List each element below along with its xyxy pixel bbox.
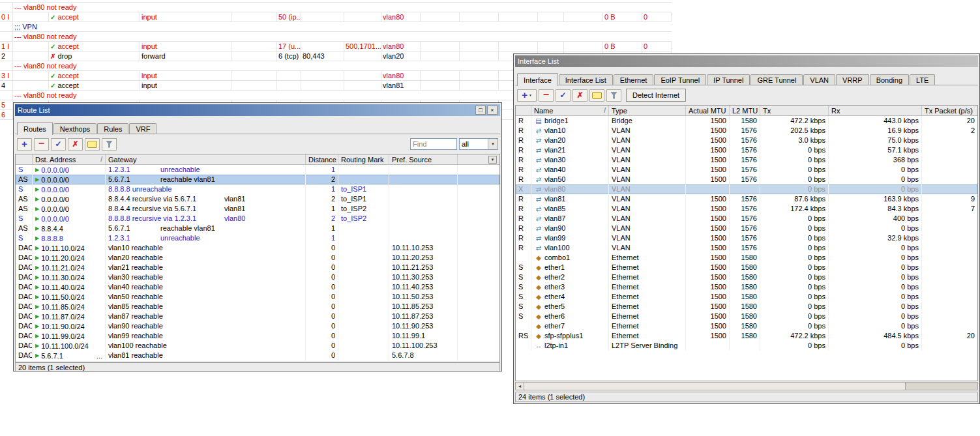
enable-button[interactable]: ✓ <box>51 138 66 151</box>
route-row[interactable]: AS▶8.8.4.45.6.7.1reachable vlan811 <box>16 224 499 233</box>
interface-row[interactable]: RS◆sfp-sfpplus1Ethernet15001580472.2 kbp… <box>516 331 977 341</box>
tab-ip-tunnel[interactable]: IP Tunnel <box>707 74 750 85</box>
tab-interface[interactable]: Interface <box>517 73 558 86</box>
remove-button[interactable]: − <box>34 138 49 151</box>
tab-eoip-tunnel[interactable]: EoIP Tunnel <box>654 74 706 85</box>
interface-row[interactable]: R⇄vlan40VLAN150015760 bps0 bps <box>516 165 977 175</box>
route-row[interactable]: AS▶0.0.0.0/05.6.7.1reachable vlan812 <box>16 175 499 184</box>
disable-button[interactable]: ✗ <box>572 89 587 102</box>
col-header-filler[interactable]: ▼ <box>458 154 499 164</box>
route-row[interactable]: S▶0.0.0.0/08.8.8.8 unreachable1to_ISP1 <box>16 184 499 194</box>
col-header-distance[interactable]: Distance <box>306 154 338 164</box>
interface-row[interactable]: ◆ether7Ethernet150015800 bps0 bps <box>516 321 977 331</box>
interface-row[interactable]: R⇄vlan90VLAN150015760 bps0 bps <box>516 224 977 233</box>
find-input[interactable] <box>410 138 457 150</box>
interface-row[interactable]: R⇄vlan50VLAN150015760 bps0 bps <box>516 175 977 184</box>
route-row[interactable]: DAC▶10.11.50.0/24vlan50 reachable010.11.… <box>16 292 499 302</box>
col-header-routing-mark[interactable]: Routing Mark <box>338 154 389 164</box>
tab-vrf[interactable]: VRF <box>129 123 156 134</box>
interface-row[interactable]: X⇄vlan80VLAN0 bps0 bps <box>516 184 977 194</box>
tab-vrrp[interactable]: VRRP <box>836 74 869 85</box>
col-header-tx-packet[interactable]: Tx Packet (p/s) <box>922 106 977 115</box>
add-button[interactable]: + <box>17 138 32 151</box>
interface-row[interactable]: S◆ether5Ethernet150015800 bps0 bps <box>516 302 977 312</box>
add-button[interactable]: + ▼ <box>517 89 537 102</box>
tab-ethernet[interactable]: Ethernet <box>614 74 654 85</box>
interface-row[interactable]: R⇄vlan10VLAN15001576202.5 kbps16.9 kbps2 <box>516 126 977 136</box>
firewall-comment-row[interactable]: ;;; VPN <box>0 22 672 32</box>
tab-routes[interactable]: Routes <box>17 122 53 135</box>
route-row[interactable]: AS▶0.0.0.0/08.8.4.4 recursive via 5.6.7.… <box>16 204 499 214</box>
filter-button[interactable] <box>606 89 621 102</box>
enable-button[interactable]: ✓ <box>556 89 571 102</box>
filter-button[interactable] <box>102 138 117 151</box>
firewall-rule-row[interactable]: 0 I✓acceptinput50 (ip...vlan800 B0 <box>0 12 672 22</box>
col-header-dst-address[interactable]: Dst. Address/ <box>33 154 106 164</box>
col-header-name[interactable]: Name/ <box>531 106 609 115</box>
interface-row[interactable]: R⇄vlan99VLAN150015760 bps32.9 kbps <box>516 233 977 243</box>
route-row[interactable]: DAC▶10.11.30.0/24vlan30 reachable010.11.… <box>16 272 499 282</box>
firewall-rule-row[interactable]: 1 I✓acceptinput17 (u...500,1701...vlan80… <box>0 42 672 51</box>
interface-row[interactable]: R⇄vlan81VLAN1500157687.6 kbps163.9 kbps9 <box>516 194 977 204</box>
route-row[interactable]: DAC▶10.11.85.0/24vlan85 reachable010.11.… <box>16 302 499 312</box>
firewall-comment-row[interactable]: --- vlan80 not ready <box>0 3 672 12</box>
col-header-tx[interactable]: Tx <box>760 106 829 115</box>
route-row[interactable]: DAC▶10.11.100.0/24vlan100 reachable010.1… <box>16 341 499 351</box>
comment-button[interactable] <box>589 89 604 102</box>
disable-button[interactable]: ✗ <box>68 138 83 151</box>
route-row[interactable]: AS▶0.0.0.0/08.8.4.4 recursive via 5.6.7.… <box>16 194 499 204</box>
tab-vlan[interactable]: VLAN <box>803 74 835 85</box>
interface-row[interactable]: R⇄vlan100VLAN150015760 bps0 bps <box>516 243 977 253</box>
scrollbar-thumb[interactable] <box>524 382 906 390</box>
chevron-down-icon[interactable]: ▼ <box>488 139 497 149</box>
interface-row[interactable]: S◆ether3Ethernet150015800 bps0 bps <box>516 282 977 292</box>
scrollbar-track[interactable] <box>906 382 978 390</box>
tab-rules[interactable]: Rules <box>97 123 128 134</box>
col-header-flags[interactable] <box>516 106 531 115</box>
interface-row[interactable]: S◆ether6Ethernet150015800 bps0 bps <box>516 312 977 321</box>
col-header-l2-mtu[interactable]: L2 MTU <box>730 106 760 115</box>
col-header-pref-source[interactable]: Pref. Source <box>389 154 458 164</box>
interface-row[interactable]: ◆combo1Ethernet150015800 bps0 bps <box>516 253 977 263</box>
route-row[interactable]: DAC▶5.6.7.1...vlan81 reachable05.6.7.8 <box>16 351 499 360</box>
interface-row[interactable]: R⇄vlan87VLAN150015760 bps400 bps <box>516 214 977 224</box>
detect-internet-button[interactable]: Detect Internet <box>626 89 686 102</box>
interface-row[interactable]: R⇄vlan85VLAN15001576172.4 kbps84.3 kbps7 <box>516 204 977 214</box>
col-header-type[interactable]: Type <box>609 106 686 115</box>
route-row[interactable]: DAC▶10.11.10.0/24vlan10 reachable010.11.… <box>16 243 499 253</box>
tab-nexthops[interactable]: Nexthops <box>53 123 97 134</box>
interface-list-titlebar[interactable]: Interface List <box>515 55 978 67</box>
interface-row[interactable]: R⇄vlan30VLAN150015760 bps368 bps <box>516 155 977 165</box>
route-row[interactable]: DAC▶10.11.40.0/24vlan40 reachable010.11.… <box>16 282 499 292</box>
firewall-comment-row[interactable]: --- vlan80 not ready <box>0 32 672 42</box>
interface-row[interactable]: R▤bridge1Bridge15001580472.2 kbps443.0 k… <box>516 116 977 126</box>
route-list-titlebar[interactable]: Route List □ × <box>15 104 500 116</box>
interface-row[interactable]: R⇄vlan20VLAN150015763.0 kbps75.0 kbps <box>516 136 977 145</box>
close-button[interactable]: × <box>487 106 497 115</box>
maximize-button[interactable]: □ <box>475 106 486 115</box>
col-header-rx[interactable]: Rx <box>829 106 922 115</box>
route-row[interactable]: DAC▶10.11.20.0/24vlan20 reachable010.11.… <box>16 253 499 263</box>
col-header-flags[interactable] <box>16 154 33 164</box>
tab-lte[interactable]: LTE <box>910 74 935 85</box>
route-row[interactable]: S▶8.8.8.81.2.3.1unreachable1 <box>16 233 499 243</box>
interface-row[interactable]: S◆ether1Ethernet150015800 bps0 bps <box>516 263 977 272</box>
interface-row[interactable]: S◆ether2Ethernet150015800 bps0 bps <box>516 272 977 282</box>
route-row[interactable]: DAC▶10.11.87.0/24vlan87 reachable010.11.… <box>16 312 499 321</box>
remove-button[interactable]: − <box>539 89 554 102</box>
col-header-actual-mtu[interactable]: Actual MTU <box>686 106 730 115</box>
route-row[interactable]: S▶0.0.0.0/08.8.8.8 recursive via 1.2.3.1… <box>16 214 499 224</box>
route-row[interactable]: DAC▶10.11.99.0/24vlan99 reachable010.11.… <box>16 331 499 341</box>
col-header-gateway[interactable]: Gateway <box>106 154 306 164</box>
route-row[interactable]: S▶0.0.0.0/01.2.3.1unreachable1 <box>16 165 499 175</box>
route-row[interactable]: DAC▶10.11.90.0/24vlan90 reachable010.11.… <box>16 321 499 331</box>
comment-button[interactable] <box>85 138 100 151</box>
route-filter-select[interactable]: all ▼ <box>459 138 498 150</box>
tab-bonding[interactable]: Bonding <box>870 74 909 85</box>
scroll-left-button[interactable]: ◄ <box>515 382 524 390</box>
tab-interface-list[interactable]: Interface List <box>559 74 613 85</box>
interface-row[interactable]: ↔l2tp-in1L2TP Server Binding0 bps0 bps <box>516 341 977 351</box>
interface-row[interactable]: S◆ether4Ethernet150015800 bps0 bps <box>516 292 977 302</box>
route-row[interactable]: DAC▶10.11.21.0/24vlan21 reachable010.11.… <box>16 263 499 272</box>
tab-gre-tunnel[interactable]: GRE Tunnel <box>750 74 803 85</box>
